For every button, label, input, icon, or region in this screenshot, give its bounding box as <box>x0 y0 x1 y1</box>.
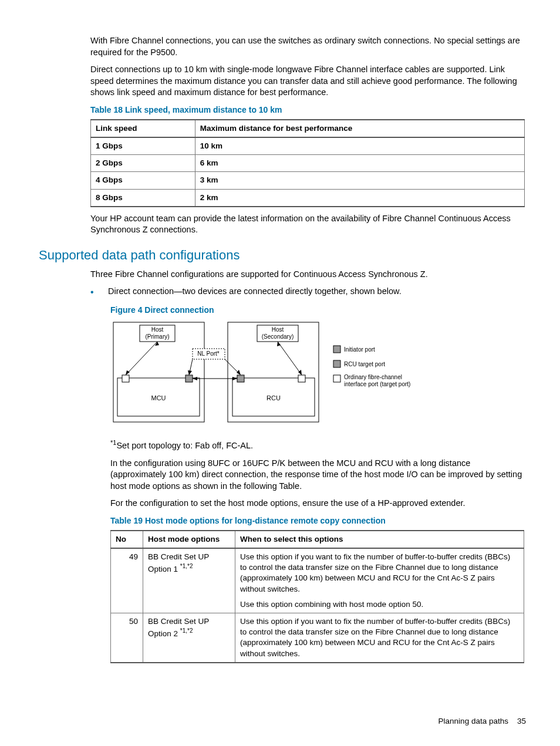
table-cell: 1 Gbps <box>91 137 195 155</box>
table-header: When to select this options <box>235 531 524 548</box>
figure-caption: Figure 4 Direct connection <box>34 305 526 316</box>
table-row: 49 BB Credit Set UP Option 1 *1,*2 Use t… <box>111 548 524 613</box>
page-footer: Planning data paths 35 <box>34 716 526 727</box>
paragraph: In the configuration using 8UFC or 16UFC… <box>34 458 526 492</box>
svg-rect-26 <box>333 375 340 382</box>
option-desc: Use this option if you want to fix the n… <box>240 616 519 659</box>
table-cell: Use this option if you want to fix the n… <box>235 613 524 663</box>
svg-rect-24 <box>333 346 340 353</box>
table-host-mode-options: No Host mode options When to select this… <box>110 530 524 663</box>
figure-label: RCU <box>266 394 281 401</box>
bullet-icon: • <box>90 286 108 297</box>
table-header-row: Link speed Maximum distance for best per… <box>91 120 525 137</box>
footnote-text: Set port topology to: Fab off, FC-AL. <box>116 441 253 450</box>
bullet-text: Direct connection—two devices are connec… <box>108 286 526 298</box>
option-desc: Use this option if you want to fix the n… <box>240 552 519 595</box>
section-heading: Supported data path configurations <box>39 247 526 264</box>
svg-line-14 <box>278 342 302 375</box>
table-cell: 2 km <box>195 189 524 207</box>
svg-rect-10 <box>298 375 305 382</box>
table-cell: 3 km <box>195 172 524 189</box>
table-cell: 49 <box>111 548 143 613</box>
svg-line-11 <box>126 342 157 375</box>
table-cell: BB Credit Set UP Option 2 *1,*2 <box>143 613 235 663</box>
table-row: 8 Gbps 2 km <box>91 189 525 207</box>
table-caption: Table 19 Host mode options for long-dist… <box>34 515 526 526</box>
svg-rect-25 <box>333 360 340 367</box>
table-cell: 2 Gbps <box>91 155 195 172</box>
table-cell: 10 km <box>195 137 524 155</box>
figure-legend: Initiator port <box>344 346 375 353</box>
table-cell: BB Credit Set UP Option 1 *1,*2 <box>143 548 235 613</box>
figure-label: (Primary) <box>145 333 169 340</box>
paragraph: With Fibre Channel connections, you can … <box>34 35 526 58</box>
table-header: Maximum distance for best performance <box>195 120 524 137</box>
figure-legend: RCU target port <box>344 361 385 367</box>
footnote: *1Set port topology to: Fab off, FC-AL. <box>34 438 526 451</box>
svg-rect-7 <box>122 375 129 382</box>
footer-page-number: 35 <box>517 717 526 725</box>
footnote-marker: *1 <box>110 439 116 446</box>
table-cell: 6 km <box>195 155 524 172</box>
table-row: 50 BB Credit Set UP Option 2 *1,*2 Use t… <box>111 613 524 663</box>
table-cell: Use this option if you want to fix the n… <box>235 548 524 613</box>
figure-label: MCU <box>151 394 166 401</box>
table-header: Link speed <box>91 120 195 137</box>
paragraph: Three Fibre Channel configurations are s… <box>34 269 526 281</box>
option-superscript: *1,*2 <box>180 627 193 634</box>
table-caption: Table 18 Link speed, maximum distance to… <box>34 104 526 116</box>
figure-legend: Ordinary fibre-channel <box>344 374 402 380</box>
table-header-row: No Host mode options When to select this… <box>111 531 524 548</box>
table-cell: 50 <box>111 613 143 663</box>
table-row: 2 Gbps 6 km <box>91 155 525 172</box>
svg-marker-15 <box>277 342 281 346</box>
table-cell: 8 Gbps <box>91 189 195 207</box>
figure-label: Host <box>151 326 164 333</box>
footer-section: Planning data paths <box>438 717 508 725</box>
table-header: Host mode options <box>143 531 235 548</box>
table-cell: 4 Gbps <box>91 172 195 189</box>
paragraph: Direct connections up to 10 km with sing… <box>34 64 526 99</box>
table-header: No <box>111 531 143 548</box>
paragraph: For the configuration to set the host mo… <box>34 498 526 509</box>
figure-label: NL Port* <box>197 350 220 357</box>
figure-direct-connection: Host (Primary) Host (Secondary) NL Port*… <box>110 319 526 428</box>
svg-rect-8 <box>185 375 193 382</box>
paragraph: Your HP account team can provide the lat… <box>34 213 526 236</box>
svg-marker-20 <box>237 370 241 375</box>
figure-legend: interface port (target port) <box>344 381 410 387</box>
option-desc: Use this option combining with host mode… <box>240 599 519 610</box>
svg-marker-18 <box>188 370 192 375</box>
table-link-speed: Link speed Maximum distance for best per… <box>90 119 525 207</box>
svg-rect-9 <box>237 375 244 382</box>
figure-label: (Secondary) <box>262 333 294 340</box>
table-row: 4 Gbps 3 km <box>91 172 525 189</box>
bullet-item: • Direct connection—two devices are conn… <box>90 286 526 298</box>
option-superscript: *1,*2 <box>180 563 193 569</box>
option-name: BB Credit Set UP Option 2 <box>148 617 209 638</box>
option-name: BB Credit Set UP Option 1 <box>148 552 209 573</box>
table-row: 1 Gbps 10 km <box>91 137 525 155</box>
figure-label: Host <box>272 326 284 333</box>
